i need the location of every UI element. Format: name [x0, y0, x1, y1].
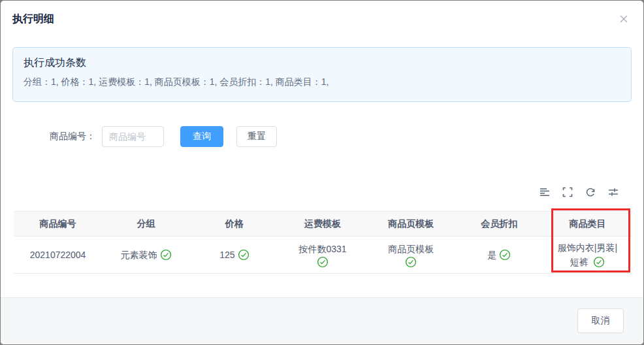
- check-circle-icon: [238, 249, 250, 261]
- check-circle-icon: [405, 256, 417, 268]
- list-lines-icon[interactable]: [539, 187, 550, 197]
- search-row: 商品编号： 查询 重置: [50, 126, 277, 147]
- col-header-category: 商品类目: [543, 212, 632, 236]
- check-circle-icon: [160, 249, 172, 261]
- table-row: 20210722004 元素装饰 125 按件数0331: [14, 237, 632, 274]
- cell-freight-template: 按件数0331: [278, 237, 366, 273]
- refresh-icon[interactable]: [585, 187, 596, 197]
- modal-title: 执行明细: [12, 12, 54, 26]
- table-toolbar: [539, 186, 619, 198]
- modal-footer: 取消: [1, 297, 643, 344]
- cell-product-id: 20210722004: [14, 237, 102, 273]
- check-circle-icon: [499, 249, 511, 261]
- col-header-page-template: 商品页模板: [367, 212, 455, 236]
- cell-price: 125: [190, 237, 278, 273]
- success-count-alert: 执行成功条数 分组：1, 价格：1, 运费模板：1, 商品页模板：1, 会员折扣…: [12, 47, 632, 102]
- cell-page-template: 商品页模板: [367, 237, 455, 273]
- cancel-button[interactable]: 取消: [577, 308, 624, 333]
- cell-category: 服饰内衣|男装|短裤: [543, 237, 632, 273]
- col-header-freight-template: 运费模板: [278, 212, 366, 236]
- column-settings-icon[interactable]: [608, 187, 619, 197]
- execution-detail-modal: 执行明细 执行成功条数 分组：1, 价格：1, 运费模板：1, 商品页模板：1,…: [1, 1, 643, 344]
- col-header-product-id: 商品编号: [14, 212, 102, 236]
- product-id-label: 商品编号：: [50, 131, 95, 142]
- fullscreen-icon[interactable]: [562, 187, 573, 197]
- product-id-input[interactable]: [102, 126, 164, 147]
- col-header-member-discount: 会员折扣: [455, 212, 543, 236]
- cell-member-discount: 是: [455, 237, 543, 273]
- cell-group: 元素装饰: [102, 237, 190, 273]
- check-circle-icon: [593, 256, 605, 268]
- col-header-group: 分组: [102, 212, 190, 236]
- reset-button[interactable]: 重置: [236, 126, 277, 147]
- alert-description: 分组：1, 价格：1, 运费模板：1, 商品页模板：1, 会员折扣：1, 商品类…: [24, 76, 620, 88]
- result-table: 商品编号 分组 价格 运费模板 商品页模板 会员折扣 商品类目 20210722…: [14, 211, 632, 274]
- query-button[interactable]: 查询: [180, 126, 223, 147]
- table-header-row: 商品编号 分组 价格 运费模板 商品页模板 会员折扣 商品类目: [14, 212, 632, 237]
- check-circle-icon: [317, 256, 329, 268]
- close-icon[interactable]: [617, 12, 630, 25]
- col-header-price: 价格: [190, 212, 278, 236]
- alert-title: 执行成功条数: [24, 56, 620, 70]
